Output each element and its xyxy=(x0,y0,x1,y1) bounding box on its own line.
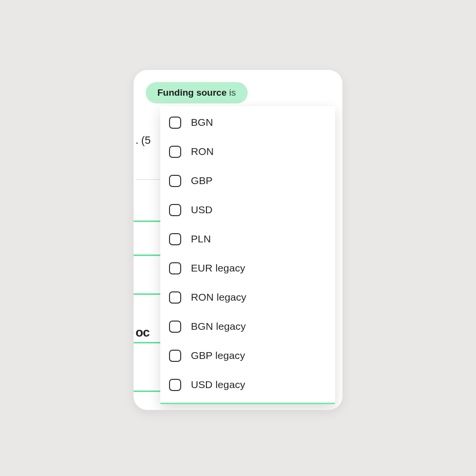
option-row[interactable]: GBP legacy xyxy=(160,341,335,370)
option-row[interactable]: BGN legacy xyxy=(160,312,335,341)
option-label: BGN xyxy=(191,117,213,128)
option-label: GBP legacy xyxy=(191,350,245,361)
option-row[interactable]: USD legacy xyxy=(160,370,335,399)
checkbox-icon[interactable] xyxy=(169,321,181,333)
option-label: BGN legacy xyxy=(191,321,246,332)
option-label: GBP xyxy=(191,175,213,187)
dropdown-panel[interactable]: BGNRONGBPUSDPLNEUR legacyRON legacyBGN l… xyxy=(160,106,335,404)
filter-chip-field: Funding source xyxy=(157,87,227,98)
filter-chip-operator: is xyxy=(229,87,236,98)
row-underline xyxy=(134,221,163,222)
checkbox-icon[interactable] xyxy=(169,350,181,362)
filter-chip-funding-source[interactable]: Funding source is xyxy=(146,82,248,103)
option-row[interactable]: BGN xyxy=(160,108,335,137)
option-row[interactable]: RON legacy xyxy=(160,283,335,312)
option-row[interactable]: EUR legacy xyxy=(160,254,335,283)
background-text-fragment: oc xyxy=(136,325,149,340)
option-row[interactable]: GBP xyxy=(160,166,335,195)
option-label: USD xyxy=(191,204,213,216)
checkbox-icon[interactable] xyxy=(169,233,181,245)
row-underline xyxy=(134,391,163,392)
option-label: PLN xyxy=(191,233,211,245)
option-label: RON xyxy=(191,146,214,157)
checkbox-icon[interactable] xyxy=(169,262,181,274)
option-row[interactable]: USD xyxy=(160,195,335,224)
card: . (5 oc Funding source is BGNRONGBPUSDPL… xyxy=(134,70,342,410)
option-row[interactable]: RON xyxy=(160,137,335,166)
background-count-fragment: . (5 xyxy=(136,134,151,147)
checkbox-icon[interactable] xyxy=(169,204,181,216)
option-label: USD legacy xyxy=(191,379,245,391)
checkbox-icon[interactable] xyxy=(169,175,181,187)
option-label: EUR legacy xyxy=(191,262,245,274)
option-row[interactable]: PLN xyxy=(160,224,335,254)
option-label: RON legacy xyxy=(191,291,246,303)
row-underline xyxy=(134,293,163,295)
checkbox-icon[interactable] xyxy=(169,379,181,391)
checkbox-icon[interactable] xyxy=(169,117,181,129)
row-underline xyxy=(134,255,163,256)
row-underline xyxy=(134,342,163,343)
checkbox-icon[interactable] xyxy=(169,291,181,304)
checkbox-icon[interactable] xyxy=(169,146,181,158)
